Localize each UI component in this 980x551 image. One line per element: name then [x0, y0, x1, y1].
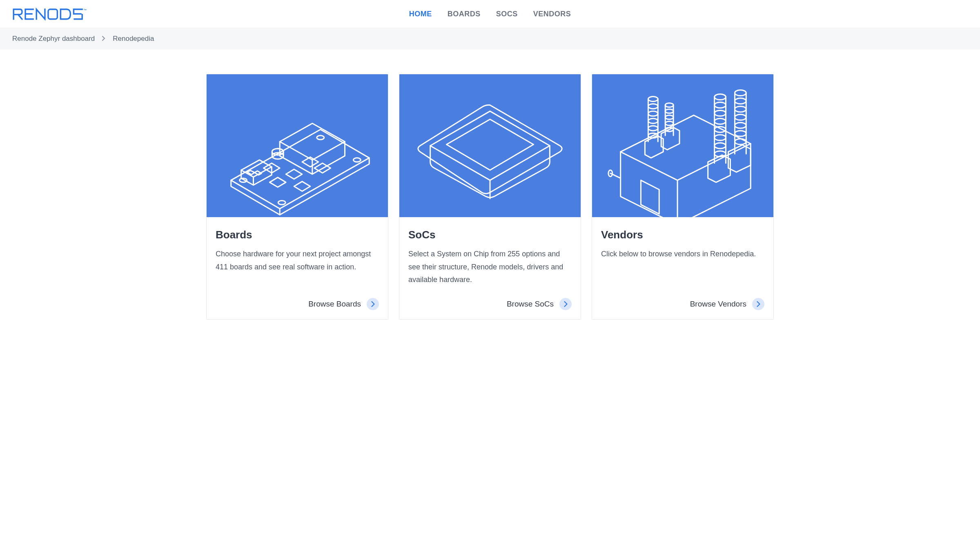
vendor-icon	[592, 74, 773, 217]
chevron-right-icon	[752, 298, 764, 310]
card-socs-description: Select a System on Chip from 255 options…	[408, 248, 572, 287]
svg-point-23	[715, 118, 726, 124]
svg-point-34	[735, 139, 746, 144]
nav-vendors[interactable]: VENDORS	[533, 10, 571, 18]
card-boards-description: Choose hardware for your next project am…	[216, 248, 379, 287]
svg-point-9	[648, 97, 658, 102]
svg-point-31	[735, 114, 746, 120]
card-boards: Boards Choose hardware for your next pro…	[206, 74, 388, 320]
svg-point-24	[715, 127, 726, 132]
svg-point-32	[735, 122, 746, 128]
brand-logo[interactable]: ™	[12, 7, 97, 20]
svg-point-21	[715, 102, 726, 108]
main-header: ™ HOME BOARDS SOCS VENDORS	[0, 0, 980, 28]
svg-point-25	[715, 135, 726, 140]
browse-vendors-label: Browse Vendors	[690, 300, 746, 309]
svg-point-22	[715, 110, 726, 116]
svg-point-29	[735, 98, 746, 104]
svg-point-17	[665, 115, 673, 119]
card-vendors-body: Vendors Click below to browse vendors in…	[592, 217, 773, 319]
nav-socs[interactable]: SOCS	[496, 10, 518, 18]
breadcrumb: Renode Zephyr dashboard Renodepedia	[0, 28, 980, 49]
svg-point-33	[735, 131, 746, 136]
svg-point-16	[665, 109, 673, 113]
svg-point-28	[735, 90, 746, 96]
browse-boards-label: Browse Boards	[308, 300, 361, 309]
browse-boards-link[interactable]: Browse Boards	[216, 298, 379, 310]
svg-point-18	[665, 121, 673, 125]
svg-point-3	[278, 200, 285, 204]
board-icon	[207, 74, 388, 217]
soc-icon	[399, 74, 581, 217]
svg-point-20	[715, 94, 726, 100]
svg-point-11	[648, 111, 658, 116]
svg-rect-0	[48, 9, 57, 19]
browse-socs-link[interactable]: Browse SoCs	[408, 298, 572, 310]
cards-grid: Boards Choose hardware for your next pro…	[0, 49, 980, 332]
chevron-right-icon	[367, 298, 379, 310]
card-socs-body: SoCs Select a System on Chip from 255 op…	[399, 217, 581, 319]
card-vendors-description: Click below to browse vendors in Renodep…	[601, 248, 764, 287]
svg-point-30	[735, 106, 746, 112]
browse-socs-label: Browse SoCs	[507, 300, 554, 309]
breadcrumb-item-renodepedia[interactable]: Renodepedia	[113, 35, 154, 43]
svg-point-12	[648, 118, 658, 123]
card-vendors-title: Vendors	[601, 229, 764, 241]
card-socs-title: SoCs	[408, 229, 572, 241]
renode-logo-icon: ™	[12, 7, 97, 20]
svg-point-13	[648, 126, 658, 131]
breadcrumb-item-dashboard[interactable]: Renode Zephyr dashboard	[12, 35, 95, 43]
card-boards-body: Boards Choose hardware for your next pro…	[207, 217, 388, 319]
main-nav: HOME BOARDS SOCS VENDORS	[409, 10, 571, 18]
chevron-right-icon	[559, 298, 572, 310]
nav-home[interactable]: HOME	[409, 10, 432, 18]
svg-text:™: ™	[83, 9, 87, 12]
svg-point-5	[317, 136, 324, 140]
card-boards-title: Boards	[216, 229, 379, 241]
svg-point-4	[353, 158, 361, 162]
browse-vendors-link[interactable]: Browse Vendors	[601, 298, 764, 310]
svg-point-26	[715, 143, 726, 149]
svg-point-10	[648, 104, 658, 109]
nav-boards[interactable]: BOARDS	[448, 10, 481, 18]
card-socs: SoCs Select a System on Chip from 255 op…	[399, 74, 581, 320]
svg-point-15	[665, 103, 673, 107]
chevron-right-icon	[102, 36, 105, 42]
card-vendors: Vendors Click below to browse vendors in…	[592, 74, 774, 320]
